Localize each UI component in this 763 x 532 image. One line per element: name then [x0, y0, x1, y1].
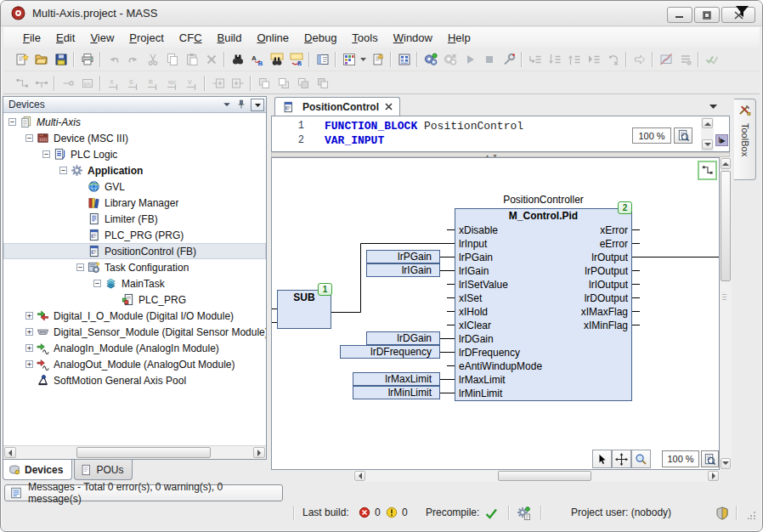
route-connector-mode-button[interactable]: [698, 161, 717, 180]
input-pin-lrMaxLimit[interactable]: lrMaxLimit: [459, 373, 506, 387]
root-combo-button[interactable]: [251, 99, 264, 111]
tab-list-dropdown-icon[interactable]: [709, 101, 718, 113]
run-to-cursor-button[interactable]: [584, 50, 603, 69]
scroll-left-icon[interactable]: [354, 471, 365, 481]
tree-item-analogin-module-analogin-module[interactable]: +AnalogIn_Module (AnalogIn Module): [3, 340, 266, 356]
cfc-canvas[interactable]: PositionControllerM_Control.PidxDisablel…: [271, 157, 720, 470]
output-pin-xIMinFlag[interactable]: xIMinFlag: [584, 319, 628, 332]
resize-grip[interactable]: [748, 510, 756, 522]
cfc-order-down-button[interactable]: [313, 74, 332, 93]
start-button[interactable]: [460, 50, 479, 69]
cfc-pin-REF-button[interactable]: REF: [162, 74, 182, 93]
scroll-up-icon[interactable]: [702, 118, 713, 128]
source-box-lrMaxLimit[interactable]: lrMaxLimit: [353, 372, 440, 386]
stop-button[interactable]: [479, 50, 499, 69]
menu-help[interactable]: Help: [440, 29, 478, 47]
scroll-down-icon[interactable]: [721, 458, 731, 469]
recheck-all-button[interactable]: [702, 50, 721, 69]
expand-box[interactable]: +: [25, 360, 33, 368]
input-pin-lrDGain[interactable]: lrDGain: [459, 332, 494, 346]
scroll-thumb[interactable]: [721, 171, 731, 281]
messages-bar[interactable]: Messages - Total 0 error(s), 0 warning(s…: [4, 484, 283, 501]
output-pin-xError[interactable]: xError: [600, 224, 628, 237]
output-pin-lrPOutput[interactable]: lrPOutput: [585, 264, 628, 278]
source-box-lrPGain[interactable]: lrPGain: [366, 250, 440, 263]
tree-item-plc-prg[interactable]: PLC_PRG: [3, 291, 266, 308]
menu-cfc[interactable]: CFC: [172, 29, 210, 47]
tree-item-limiter-fb[interactable]: Limiter (FB): [3, 211, 266, 227]
menu-file[interactable]: File: [15, 29, 48, 47]
tree-item-multi-axis[interactable]: −Multi-Axis: [3, 114, 266, 130]
collapse-box[interactable]: −: [76, 263, 84, 271]
delete-button[interactable]: [201, 50, 221, 69]
monitoring-button[interactable]: [656, 50, 675, 69]
collapse-box[interactable]: −: [8, 118, 16, 126]
diagram-zoom-page-icon[interactable]: [701, 450, 719, 467]
expand-box[interactable]: +: [25, 328, 33, 336]
output-pin-xIMaxFlag[interactable]: xIMaxFlag: [581, 305, 628, 319]
collapse-box[interactable]: −: [93, 280, 101, 287]
cfc-pin-V-button[interactable]: V: [182, 74, 201, 93]
tree-item-task-configuration[interactable]: −Task Configuration: [3, 259, 266, 275]
declaration-editor[interactable]: 1FUNCTION_BLOCK PositionControl2VAR_INPU…: [271, 116, 730, 152]
step-into-button[interactable]: [545, 50, 564, 69]
input-pin-lrPGain[interactable]: lrPGain: [459, 251, 493, 264]
select-tool-button[interactable]: [592, 450, 612, 468]
panel-dropdown-icon[interactable]: [219, 99, 234, 111]
output-pin-lrDOutput[interactable]: lrDOutput: [585, 291, 628, 305]
menu-edit[interactable]: Edit: [48, 29, 82, 47]
tree-item-softmotion-general-axis-pool[interactable]: SoftMotion General Axis Pool: [3, 372, 266, 388]
scroll-thumb[interactable]: [76, 447, 211, 458]
menu-build[interactable]: Build: [210, 29, 250, 47]
logout-button[interactable]: [440, 50, 460, 69]
pan-tool-button[interactable]: [612, 450, 631, 468]
menu-debug[interactable]: Debug: [297, 29, 344, 47]
menu-project[interactable]: Project: [122, 29, 171, 47]
collapse-box[interactable]: −: [25, 134, 33, 142]
input-pin-xIClear[interactable]: xIClear: [459, 319, 491, 332]
editor-zoom-page-icon[interactable]: [674, 127, 692, 144]
maximize-button[interactable]: [694, 7, 720, 23]
tree-item-plc-logic[interactable]: −PLC Logic: [3, 146, 266, 162]
editor-vscrollbar[interactable]: [701, 117, 714, 151]
cfc-order-front-button[interactable]: [254, 74, 274, 93]
scroll-down-icon[interactable]: [702, 139, 713, 150]
split-editor-button[interactable]: I▶: [715, 134, 728, 146]
step-out-button[interactable]: [564, 50, 584, 69]
editor-zoom-value[interactable]: 100 %: [632, 127, 671, 144]
menu-tools[interactable]: Tools: [344, 29, 385, 47]
build-button[interactable]: [394, 50, 414, 69]
diagram-vscrollbar[interactable]: ───: [720, 157, 732, 470]
cfc-add-output-button[interactable]: [228, 74, 247, 93]
insert-object-button[interactable]: [339, 50, 359, 69]
minimize-button[interactable]: [667, 7, 692, 23]
cfc-pin-X-button[interactable]: X: [104, 74, 123, 93]
menu-view[interactable]: View: [82, 29, 122, 47]
tree-item-device-msc-iii[interactable]: −Device (MSC III): [3, 130, 266, 146]
online-tools-button[interactable]: [499, 50, 518, 69]
source-box-lrDGain[interactable]: lrDGain: [366, 331, 440, 345]
expand-box[interactable]: +: [25, 344, 33, 352]
redo-button[interactable]: [123, 50, 143, 69]
shield-icon[interactable]: [715, 507, 729, 520]
menu-online[interactable]: Online: [249, 29, 297, 47]
cfc-add-input-button[interactable]: [208, 74, 228, 93]
step-over-button[interactable]: [525, 50, 545, 69]
replace-in-project-button[interactable]: B: [286, 50, 306, 69]
expand-box[interactable]: +: [25, 312, 33, 320]
reset-button[interactable]: [603, 50, 623, 69]
input-pin-xDisable[interactable]: xDisable: [459, 224, 498, 237]
cfc-pin-R-button[interactable]: R: [143, 74, 162, 93]
zoom-tool-button[interactable]: [631, 450, 651, 468]
cfc-pin-S-button[interactable]: S: [123, 74, 143, 93]
cfc-order-up-button[interactable]: [293, 74, 313, 93]
source-box-lrMinLimit[interactable]: lrMinLimit: [353, 386, 440, 399]
tree-item-positioncontrol-fb[interactable]: PositionControl (FB): [3, 243, 266, 259]
source-box-lrIGain[interactable]: lrIGain: [366, 263, 440, 277]
tree-item-gvl[interactable]: GVL: [3, 178, 266, 195]
devices-hscrollbar[interactable]: [3, 445, 266, 459]
login-button[interactable]: [421, 50, 440, 69]
find-in-project-button[interactable]: [267, 50, 286, 69]
properties-button[interactable]: [313, 50, 332, 69]
tree-item-digital-i-o-module-digital-i-o-module[interactable]: +Digital_I_O_Module (Digital I/O Module): [3, 308, 266, 324]
